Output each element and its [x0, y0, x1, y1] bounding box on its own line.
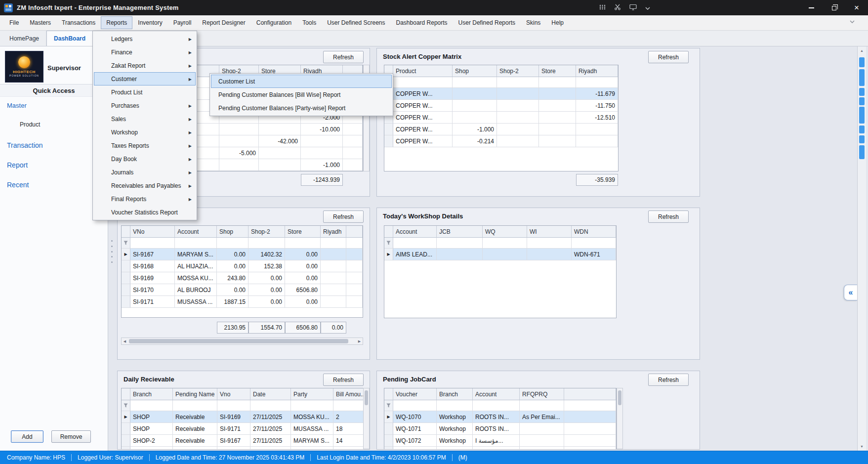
filter-cell[interactable] — [572, 238, 616, 249]
grid-cell[interactable]: WQ-1071 — [393, 423, 437, 435]
grid-cell[interactable]: 0.00 — [285, 260, 321, 272]
grid-cell[interactable] — [393, 447, 437, 450]
column-header[interactable]: Pending Name — [173, 388, 217, 400]
refresh-button[interactable]: Refresh — [323, 51, 364, 63]
grid-cell[interactable]: Receivable — [173, 435, 217, 447]
column-header[interactable]: Date — [250, 388, 291, 400]
grid-cell[interactable]: MUSASSA ... — [175, 296, 217, 308]
grid-cell[interactable] — [346, 284, 363, 296]
grid-cell[interactable]: SHOP — [130, 411, 173, 423]
grid-cell[interactable] — [564, 447, 616, 450]
grid-row[interactable]: SI-9167MARYAM S...0.001402.320.00 — [122, 249, 363, 260]
grid-cell[interactable] — [259, 124, 301, 135]
remove-button[interactable]: Remove — [51, 430, 91, 443]
column-header[interactable]: JCB — [437, 226, 483, 238]
column-header[interactable]: Store — [539, 65, 576, 77]
sidebar-item-recent[interactable]: Recent — [7, 181, 29, 189]
refresh-button[interactable]: Refresh — [648, 374, 689, 386]
grid-cell[interactable]: SHOP-2 — [130, 435, 173, 447]
column-header[interactable]: Shop — [217, 226, 248, 238]
grid-cell[interactable] — [539, 124, 576, 135]
grid-cell[interactable]: 1887.15 — [217, 296, 248, 308]
grid-cell[interactable] — [539, 100, 576, 112]
grid-cell[interactable] — [219, 159, 259, 171]
scissors-icon[interactable] — [614, 3, 621, 12]
grid-cell[interactable] — [321, 260, 346, 272]
grid-cell[interactable]: -11.679 — [576, 88, 618, 100]
grid-cell[interactable]: MUSASSA ... — [291, 423, 333, 435]
grid-cell[interactable] — [321, 296, 346, 308]
grid-cell[interactable]: Workshop — [437, 411, 473, 423]
menubar-item[interactable]: Configuration — [251, 16, 297, 29]
grid-cell[interactable] — [219, 135, 259, 147]
grid-cell[interactable] — [564, 435, 616, 447]
grid-cell[interactable]: 0.00 — [217, 260, 248, 272]
grid-cell[interactable]: 27/11/2025 — [250, 411, 291, 423]
column-header[interactable]: Branch — [437, 388, 473, 400]
menubar-item[interactable]: Inventory — [132, 16, 167, 29]
column-header[interactable] — [346, 226, 363, 238]
column-header[interactable]: Voucher — [393, 388, 437, 400]
filter-cell[interactable] — [291, 400, 333, 411]
filter-cell[interactable] — [520, 400, 564, 411]
grid-cell[interactable]: MOSSA KU... — [175, 272, 217, 284]
grid-cell[interactable] — [539, 88, 576, 100]
menu-item[interactable]: Journals — [94, 166, 196, 179]
grid-cell[interactable] — [343, 147, 363, 159]
grid-cell[interactable] — [343, 124, 363, 135]
grid-cell[interactable]: 0.00 — [217, 284, 248, 296]
filter-cell[interactable] — [321, 238, 346, 249]
grid-cell[interactable] — [301, 135, 343, 147]
filter-cell[interactable] — [437, 238, 483, 249]
menu-item[interactable]: Product List — [94, 85, 196, 99]
chevron-down-icon[interactable] — [645, 4, 650, 11]
grid-cell[interactable]: COPPER W... — [393, 112, 453, 124]
grid-cell[interactable] — [564, 411, 616, 423]
grid-cell[interactable]: COPPER W... — [393, 88, 453, 100]
filter-cell[interactable] — [217, 400, 250, 411]
grid-cell[interactable]: Receivable — [173, 411, 217, 423]
column-header[interactable]: VNo — [130, 226, 175, 238]
grid-cell[interactable] — [520, 435, 564, 447]
add-button[interactable]: Add — [11, 430, 43, 443]
grid-cell[interactable] — [527, 249, 572, 260]
grid-cell[interactable]: MOSSA KU... — [291, 411, 333, 423]
column-header[interactable]: Account — [473, 388, 520, 400]
grid-cell[interactable]: COPPER W... — [393, 100, 453, 112]
filter-cell[interactable] — [393, 77, 453, 88]
collapse-panel-button[interactable] — [844, 285, 857, 300]
grid-cell[interactable] — [321, 249, 346, 260]
column-header[interactable]: Product — [393, 65, 453, 77]
grid-cell[interactable]: 1402.32 — [248, 249, 285, 260]
column-header[interactable]: Riyadh — [576, 65, 618, 77]
grid-cell[interactable] — [346, 296, 363, 308]
refresh-button[interactable]: Refresh — [323, 211, 364, 223]
grid-cell[interactable]: 27/11/2025 — [250, 435, 291, 447]
grid-row[interactable]: SI-9171MUSASSA ...1887.150.000.00 — [122, 296, 363, 308]
grid-cell[interactable] — [497, 100, 539, 112]
column-header[interactable]: Shop-2 — [248, 226, 285, 238]
grid-cell[interactable]: Workshop — [437, 435, 473, 447]
grid-row[interactable]: SHOP-2ReceivableSI-916727/11/2025MARYAM … — [122, 435, 370, 447]
grid-cell[interactable]: ROOTS IN... — [473, 411, 520, 423]
filter-cell[interactable] — [346, 238, 363, 249]
menu-item[interactable]: Day Book — [94, 152, 196, 166]
grid-cell[interactable]: SI-9170 — [130, 284, 175, 296]
minimize-button[interactable] — [800, 0, 823, 15]
menubar-item[interactable]: User Defined Screens — [322, 16, 390, 29]
menu-item[interactable]: Sales — [94, 112, 196, 126]
grid-cell[interactable]: 0.00 — [248, 296, 285, 308]
menu-item[interactable]: Taxes Reports — [94, 139, 196, 152]
grid-handle-icon[interactable] — [599, 4, 606, 11]
column-header[interactable]: WI — [527, 226, 572, 238]
menubar-item[interactable]: Skins — [521, 16, 546, 29]
menubar-item[interactable]: Report Designer — [197, 16, 250, 29]
menubar-item[interactable]: Transactions — [56, 16, 101, 29]
grid-cell[interactable]: COPPER W... — [393, 124, 453, 135]
menubar-item[interactable]: Tools — [297, 16, 322, 29]
grid-cell[interactable] — [497, 135, 539, 147]
grid-row[interactable]: SHOPReceivableSI-917127/11/2025MUSASSA .… — [122, 423, 370, 435]
menubar-overflow-chevron-icon[interactable] — [850, 20, 855, 23]
column-header[interactable]: WQ — [483, 226, 527, 238]
scrollbar-thumb[interactable] — [618, 390, 621, 405]
